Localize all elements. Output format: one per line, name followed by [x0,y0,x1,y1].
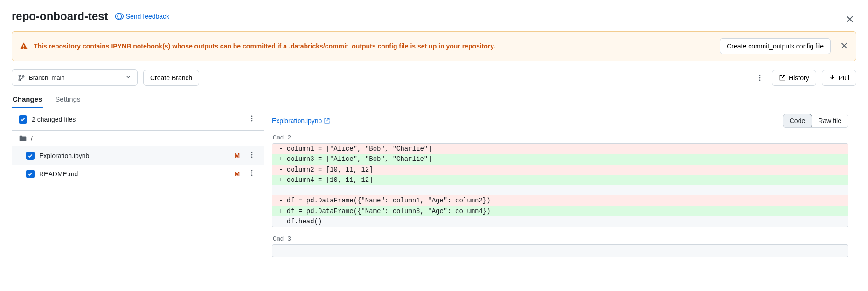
svg-point-8 [251,118,253,119]
svg-point-3 [22,75,24,77]
svg-point-7 [251,116,253,117]
feedback-label: Send feedback [126,13,169,20]
tab-settings[interactable]: Settings [54,92,81,108]
diff-line: + df = pd.DataFrame({"Name": column3, "A… [272,206,848,216]
pull-label: Pull [839,74,849,82]
file-checkbox[interactable] [26,152,35,160]
diff-cell-empty [272,244,848,257]
open-file-link[interactable]: Exploration.ipynb [272,117,330,125]
view-mode-toggle: Code Raw file [783,114,848,128]
repo-title: repo-onboard-test [12,10,108,23]
file-row-readme[interactable]: README.md M [12,165,264,183]
history-label: History [789,74,809,82]
svg-point-1 [19,75,21,76]
svg-point-15 [251,175,253,176]
view-raw-button[interactable]: Raw file [812,114,848,127]
banner-text: This repository contains IPYNB notebook(… [34,42,714,50]
diff-line: df.head() [272,216,848,227]
svg-point-4 [759,75,761,76]
svg-point-10 [251,152,253,153]
comment-icon [117,13,124,20]
files-menu-icon[interactable] [246,114,257,125]
branch-selector[interactable]: Branch: main [12,69,138,86]
send-feedback-link[interactable]: Send feedback [115,13,169,20]
svg-point-5 [759,77,761,78]
cmd-label: Cmd 3 [272,234,848,244]
tab-changes[interactable]: Changes [12,92,43,108]
file-menu-icon[interactable] [246,150,257,161]
svg-point-2 [19,79,21,81]
diff-line: - column2 = [10, 11, 12] [272,165,848,175]
status-badge: M [235,152,240,159]
diff-cell: - column1 = ["Alice", "Bob", "Charlie"] … [272,143,848,227]
diff-line: - column1 = ["Alice", "Bob", "Charlie"] [272,144,848,154]
file-name: README.md [39,170,230,178]
chevron-down-icon [125,74,132,82]
file-menu-icon[interactable] [246,168,257,179]
external-link-icon [324,118,330,124]
svg-point-9 [251,120,253,122]
diff-line [272,185,848,195]
svg-point-6 [759,79,761,81]
svg-point-14 [251,173,253,174]
close-dialog-icon[interactable] [845,14,854,25]
diff-line: - df = pd.DataFrame({"Name": column1, "A… [272,195,848,206]
branch-label: Branch: main [29,74,65,81]
svg-point-12 [251,157,253,158]
file-row-exploration[interactable]: Exploration.ipynb M [12,146,264,165]
svg-point-11 [251,154,253,156]
branch-icon [18,74,25,82]
warning-icon [20,42,28,50]
diff-line: + column4 = [10, 11, 12] [272,175,848,185]
create-branch-button[interactable]: Create Branch [143,70,199,86]
create-config-button[interactable]: Create commit_outputs config file [720,38,831,54]
warning-banner: This repository contains IPYNB notebook(… [12,31,856,61]
cmd-label: Cmd 2 [272,132,848,143]
diff-line: + column3 = ["Alice", "Bob", "Charlie"] [272,154,848,164]
status-badge: M [235,170,240,177]
file-name: Exploration.ipynb [39,152,230,159]
diff-panel: Exploration.ipynb Code Raw file Cmd 2 - … [264,108,856,263]
folder-name: / [31,135,33,142]
diff-file-name: Exploration.ipynb [272,117,322,125]
external-link-icon [779,74,786,81]
files-panel: 2 changed files / Exploration.ipynb M RE… [12,108,264,263]
select-all-checkbox[interactable] [19,115,27,124]
folder-icon [19,134,27,143]
folder-row-root[interactable]: / [12,131,264,146]
view-code-button[interactable]: Code [783,114,812,128]
file-checkbox[interactable] [26,170,35,178]
more-actions-icon[interactable] [753,71,766,84]
svg-point-13 [251,170,253,172]
history-button[interactable]: History [772,70,816,86]
banner-close-icon[interactable] [840,42,848,51]
pull-button[interactable]: Pull [822,70,856,86]
download-icon [829,74,836,81]
changed-files-count: 2 changed files [32,116,76,123]
